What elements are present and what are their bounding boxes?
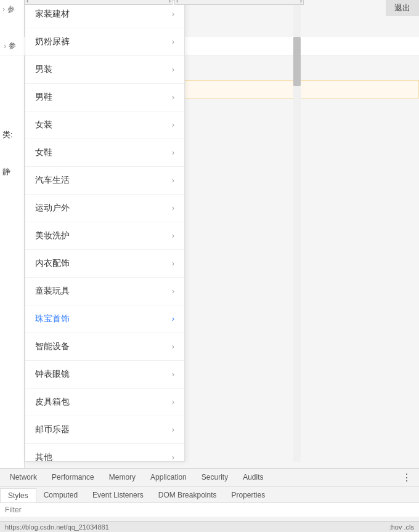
styles-tab-properties[interactable]: Properties [224, 488, 272, 502]
dropdown-item-label-2: 男装 [35, 64, 52, 75]
devtools-tab-application[interactable]: Application [143, 469, 194, 486]
dropdown-item-chevron-5: › [172, 148, 174, 157]
scrollbar-thumb[interactable] [293, 37, 301, 86]
dropdown-item-chevron-12: › [172, 342, 174, 351]
dropdown-item-chevron-14: › [172, 398, 174, 406]
left-sidebar-strip: › 参 [0, 0, 25, 468]
devtools-tab-bar: NetworkPerformanceMemoryApplicationSecur… [0, 469, 419, 487]
dropdown-item-15[interactable]: 邮币乐器› [25, 416, 184, 444]
devtools-tab-security[interactable]: Security [194, 469, 235, 486]
url-suffix: :hov .cls [389, 523, 414, 531]
dropdown-item-2[interactable]: 男装› [25, 56, 184, 84]
breadcrumb-icon: › [2, 5, 5, 14]
h-scroll-right-panel[interactable]: ‹ › [174, 0, 304, 5]
dropdown-item-chevron-11: › [172, 315, 174, 323]
dropdown-item-7[interactable]: 运动户外› [25, 195, 184, 222]
dropdown-item-11[interactable]: 珠宝首饰› [25, 305, 184, 333]
dropdown-item-chevron-3: › [172, 93, 174, 102]
dropdown-item-8[interactable]: 美妆洗护› [25, 222, 184, 250]
filter-bar [0, 503, 419, 517]
dropdown-item-label-1: 奶粉尿裤 [35, 36, 70, 47]
breadcrumb-text: 参 [7, 4, 15, 15]
dropdown-item-16[interactable]: 其他› [25, 444, 184, 462]
devtools-menu-icon[interactable]: ⋮ [397, 469, 417, 486]
static-label: 静 [2, 166, 10, 177]
dropdown-item-4[interactable]: 女装› [25, 111, 184, 139]
dropdown-item-label-0: 家装建材 [35, 9, 70, 20]
dropdown-item-chevron-2: › [172, 65, 174, 74]
dropdown-item-label-15: 邮币乐器 [35, 424, 70, 435]
dropdown-item-12[interactable]: 智能设备› [25, 333, 184, 361]
dropdown-item-13[interactable]: 钟表眼镜› [25, 361, 184, 389]
dropdown-item-chevron-16: › [172, 453, 174, 462]
browser-content: 退出 › 参 › 参 只允许 类: 静 家装建材›奶粉尿裤›男装›男鞋›女装›女… [0, 0, 419, 468]
devtools-tab-network[interactable]: Network [2, 469, 44, 486]
dropdown-item-label-7: 运动户外 [35, 203, 70, 214]
dropdown-item-chevron-9: › [172, 259, 174, 268]
devtools-tab-memory[interactable]: Memory [102, 469, 143, 486]
dropdown-item-chevron-1: › [172, 38, 174, 46]
dropdown-item-label-11: 珠宝首饰 [35, 313, 70, 324]
url-bar: https://blog.csdn.net/qq_21034881 :hov .… [0, 521, 419, 532]
dropdown-item-chevron-8: › [172, 232, 174, 240]
dropdown-item-label-13: 钟表眼镜 [35, 369, 70, 380]
dropdown-item-label-14: 皮具箱包 [35, 397, 70, 408]
styles-sub-tabs: StylesComputedEvent ListenersDOM Breakpo… [0, 487, 419, 503]
styles-tab-styles[interactable]: Styles [0, 488, 36, 502]
h-scroll-left-panel[interactable]: ‹ › [25, 0, 173, 5]
devtools-tab-audits[interactable]: Audits [235, 469, 271, 486]
dropdown-item-10[interactable]: 童装玩具› [25, 278, 184, 305]
dropdown-item-chevron-0: › [172, 10, 174, 18]
right-scrollbar[interactable] [293, 0, 301, 462]
dropdown-item-9[interactable]: 内衣配饰› [25, 250, 184, 278]
url-text: https://blog.csdn.net/qq_21034881 [5, 523, 109, 531]
scroll-left-arrow-right[interactable]: ‹ [175, 0, 179, 4]
category-label: 类: [2, 129, 13, 140]
dropdown-item-label-12: 智能设备 [35, 341, 70, 352]
dropdown-item-chevron-4: › [172, 121, 174, 129]
dropdown-item-label-4: 女装 [35, 119, 52, 131]
dropdown-item-chevron-13: › [172, 370, 174, 379]
breadcrumb-chevron: › [4, 41, 6, 50]
dropdown-item-label-8: 美妆洗护 [35, 230, 70, 241]
scroll-right-arrow-right[interactable]: › [299, 0, 303, 4]
dropdown-item-6[interactable]: 汽车生活› [25, 167, 184, 195]
dropdown-item-5[interactable]: 女鞋› [25, 139, 184, 167]
dropdown-item-chevron-10: › [172, 287, 174, 296]
dropdown-item-label-16: 其他 [35, 452, 52, 462]
dropdown-item-label-6: 汽车生活 [35, 175, 70, 186]
dropdown-item-chevron-15: › [172, 425, 174, 434]
styles-tab-event-listeners[interactable]: Event Listeners [85, 488, 151, 502]
dropdown-item-label-5: 女鞋 [35, 147, 52, 158]
styles-tab-dom-breakpoints[interactable]: DOM Breakpoints [151, 488, 224, 502]
breadcrumb: › 参 [0, 0, 24, 18]
dropdown-item-1[interactable]: 奶粉尿裤› [25, 28, 184, 56]
dropdown-item-label-3: 男鞋 [35, 92, 52, 103]
devtools-tab-performance[interactable]: Performance [44, 469, 102, 486]
scroll-right-arrow[interactable]: › [168, 0, 172, 4]
dropdown-item-label-10: 童装玩具 [35, 286, 70, 297]
filter-input[interactable] [5, 506, 414, 514]
devtools-panel: NetworkPerformanceMemoryApplicationSecur… [0, 468, 419, 532]
dropdown-item-label-9: 内衣配饰 [35, 258, 70, 269]
breadcrumb-label: 参 [9, 41, 16, 51]
scroll-left-arrow[interactable]: ‹ [25, 0, 30, 4]
dropdown-item-chevron-7: › [172, 204, 174, 212]
dropdown-item-3[interactable]: 男鞋› [25, 84, 184, 111]
dropdown-item-14[interactable]: 皮具箱包› [25, 389, 184, 416]
dropdown-menu: 家装建材›奶粉尿裤›男装›男鞋›女装›女鞋›汽车生活›运动户外›美妆洗护›内衣配… [25, 0, 185, 462]
dropdown-item-chevron-6: › [172, 176, 174, 185]
styles-tab-computed[interactable]: Computed [36, 488, 85, 502]
exit-button[interactable]: 退出 [386, 0, 419, 16]
